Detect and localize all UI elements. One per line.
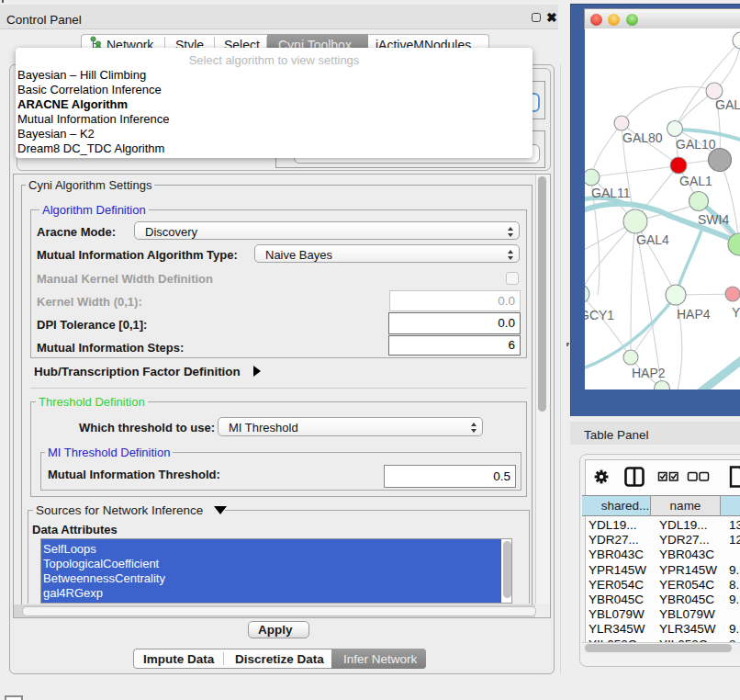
- svg-text:GAL4: GAL4: [636, 232, 669, 247]
- svg-text:GAL80: GAL80: [622, 130, 663, 145]
- svg-text:GAL: GAL: [715, 97, 740, 112]
- svg-text:GAL11: GAL11: [591, 186, 631, 200]
- svg-text:Y: Y: [732, 305, 740, 320]
- svg-text:GAL10: GAL10: [676, 137, 716, 152]
- svg-text:SWI4: SWI4: [698, 212, 729, 227]
- svg-text:HAP2: HAP2: [632, 366, 666, 380]
- svg-text:GAL1: GAL1: [679, 174, 712, 188]
- svg-text:HAP4: HAP4: [677, 307, 711, 322]
- svg-text:GCY1: GCY1: [585, 308, 614, 322]
